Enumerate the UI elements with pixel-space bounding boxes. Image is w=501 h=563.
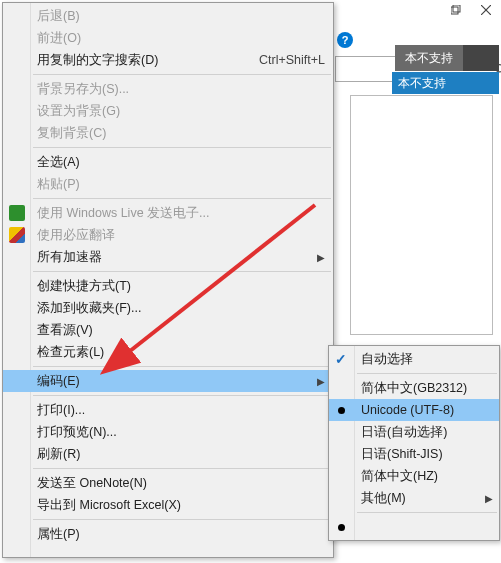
menu-item-label: 添加到收藏夹(F)... [37, 300, 141, 317]
menu-separator [33, 271, 331, 272]
menu-item-设置为背景-g: 设置为背景(G) [3, 100, 333, 122]
submenu-item-label: 日语(自动选择) [361, 424, 447, 441]
menu-item-label: 用复制的文字搜索(D) [37, 52, 158, 69]
menu-item-刷新-r[interactable]: 刷新(R) [3, 443, 333, 465]
menu-item-导出到-microsoft-excel-x[interactable]: 导出到 Microsoft Excel(X) [3, 494, 333, 516]
submenu-item-简体中文-gb2312[interactable]: 简体中文(GB2312) [329, 377, 499, 399]
menu-item-发送至-onenote-n[interactable]: 发送至 OneNote(N) [3, 472, 333, 494]
submenu-item-其他-m[interactable]: 其他(M)▶ [329, 487, 499, 509]
menu-item-属性-p[interactable]: 属性(P) [3, 523, 333, 545]
menu-item-label: 所有加速器 [37, 249, 102, 266]
submenu-item-日语-自动选择[interactable]: 日语(自动选择) [329, 421, 499, 443]
submenu-item-自动选择[interactable]: ✓自动选择 [329, 348, 499, 370]
menu-item-label: 粘贴(P) [37, 176, 80, 193]
menu-item-label: 复制背景(C) [37, 125, 106, 142]
submenu-item-简体中文-hz[interactable]: 简体中文(HZ) [329, 465, 499, 487]
menu-separator [33, 395, 331, 396]
menu-item-编码-e[interactable]: 编码(E)▶ [3, 370, 333, 392]
context-menu: 后退(B)前进(O)用复制的文字搜索(D)Ctrl+Shift+L背景另存为(S… [2, 2, 334, 558]
menu-item-使用必应翻译: 使用必应翻译 [3, 224, 333, 246]
menu-separator [33, 147, 331, 148]
svg-rect-1 [453, 5, 460, 12]
menu-item-复制背景-c: 复制背景(C) [3, 122, 333, 144]
unsupported-banner: 本不支持 [392, 72, 499, 94]
green-box-icon [9, 205, 25, 221]
help-icon[interactable]: ? [337, 32, 353, 48]
menu-item-label: 导出到 Microsoft Excel(X) [37, 497, 181, 514]
menu-item-label: 属性(P) [37, 526, 80, 543]
menu-item-用复制的文字搜索-d[interactable]: 用复制的文字搜索(D)Ctrl+Shift+L [3, 49, 333, 71]
menu-item-label: 创建快捷方式(T) [37, 278, 131, 295]
menu-item-label: 查看源(V) [37, 322, 93, 339]
menu-item-label: 编码(E) [37, 373, 80, 390]
tab-strip: 本不支持 [395, 45, 499, 71]
radio-dot-icon [338, 407, 345, 414]
menu-item-label: 打印预览(N)... [37, 424, 117, 441]
submenu-item-label: 自动选择 [361, 351, 413, 368]
content-panel [350, 95, 493, 335]
restore-button[interactable] [441, 0, 471, 20]
menu-item-打印预览-n[interactable]: 打印预览(N)... [3, 421, 333, 443]
close-button[interactable] [471, 0, 501, 20]
menu-item-粘贴-p: 粘贴(P) [3, 173, 333, 195]
menu-shortcut: Ctrl+Shift+L [259, 53, 325, 67]
menu-item-创建快捷方式-t[interactable]: 创建快捷方式(T) [3, 275, 333, 297]
menu-item-背景另存为-s: 背景另存为(S)... [3, 78, 333, 100]
submenu-arrow-icon: ▶ [485, 493, 493, 504]
menu-item-label: 使用必应翻译 [37, 227, 115, 244]
menu-separator [33, 366, 331, 367]
menu-item-后退-b: 后退(B) [3, 5, 333, 27]
menu-separator [33, 198, 331, 199]
menu-item-检查元素-l[interactable]: 检查元素(L) [3, 341, 333, 363]
submenu-item-日语-shift-jis[interactable]: 日语(Shift-JIS) [329, 443, 499, 465]
menu-item-label: 打印(I)... [37, 402, 85, 419]
menu-item-所有加速器[interactable]: 所有加速器▶ [3, 246, 333, 268]
menu-item-label: 前进(O) [37, 30, 81, 47]
window-titlebar [361, 0, 501, 20]
menu-item-前进-o: 前进(O) [3, 27, 333, 49]
menu-separator [33, 74, 331, 75]
menu-item-label: 背景另存为(S)... [37, 81, 129, 98]
submenu-arrow-icon: ▶ [317, 252, 325, 263]
menu-item-label: 发送至 OneNote(N) [37, 475, 147, 492]
svg-rect-0 [451, 7, 458, 14]
menu-item-label: 检查元素(L) [37, 344, 104, 361]
submenu-item-unicode-utf-8[interactable]: Unicode (UTF-8) [329, 399, 499, 421]
menu-item-使用-windows-live-发送电子: 使用 Windows Live 发送电子... [3, 202, 333, 224]
menu-separator [33, 519, 331, 520]
menu-separator [33, 468, 331, 469]
check-icon: ✓ [335, 351, 347, 367]
submenu-separator [357, 373, 497, 374]
menu-item-label: 全选(A) [37, 154, 80, 171]
menu-item-label: 使用 Windows Live 发送电子... [37, 205, 209, 222]
menu-item-label: 设置为背景(G) [37, 103, 120, 120]
submenu-arrow-icon: ▶ [317, 376, 325, 387]
submenu-item-label: Unicode (UTF-8) [361, 403, 454, 417]
menu-item-label: 刷新(R) [37, 446, 80, 463]
submenu-item-label: 简体中文(HZ) [361, 468, 438, 485]
menu-item-查看源-v[interactable]: 查看源(V) [3, 319, 333, 341]
colors-icon [9, 227, 25, 243]
tab-unsupported[interactable]: 本不支持 [395, 45, 463, 71]
submenu-item-label: 其他(M) [361, 490, 406, 507]
radio-dot-icon [338, 524, 345, 531]
menu-item-全选-a[interactable]: 全选(A) [3, 151, 333, 173]
submenu-item-idx9[interactable] [329, 516, 499, 538]
encoding-submenu: ✓自动选择简体中文(GB2312)Unicode (UTF-8)日语(自动选择)… [328, 345, 500, 541]
submenu-item-label: 简体中文(GB2312) [361, 380, 467, 397]
menu-item-打印-i[interactable]: 打印(I)... [3, 399, 333, 421]
submenu-item-label: 日语(Shift-JIS) [361, 446, 443, 463]
submenu-separator [357, 512, 497, 513]
menu-item-添加到收藏夹-f[interactable]: 添加到收藏夹(F)... [3, 297, 333, 319]
menu-item-label: 后退(B) [37, 8, 80, 25]
